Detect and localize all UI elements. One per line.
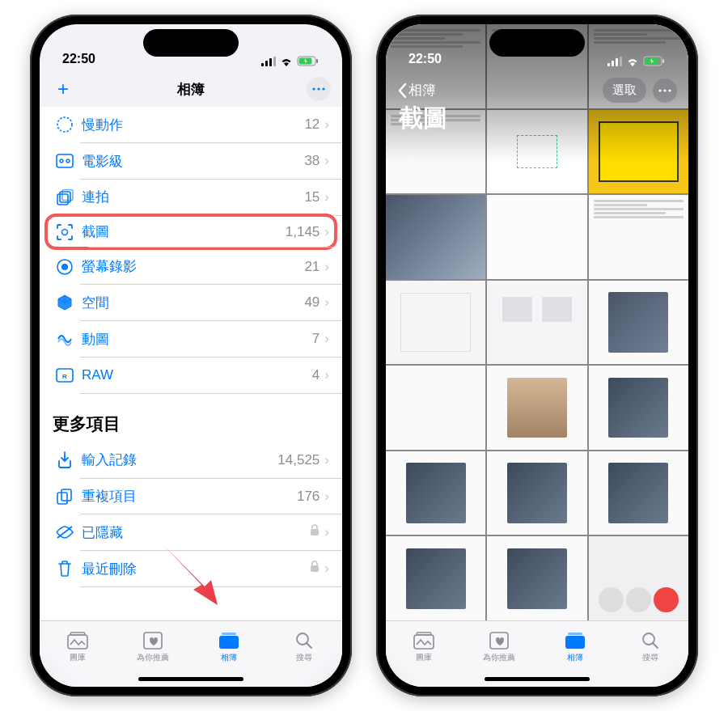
chevron-right-icon: › [324,452,329,468]
thumbnail[interactable] [487,281,586,365]
row-duplicates[interactable]: 重複項目 176 › [40,478,342,514]
row-slowmo[interactable]: 慢動作 12 › [40,107,342,143]
home-indicator[interactable] [138,677,243,681]
album-title: 截圖 [399,102,447,135]
hidden-icon [53,525,77,540]
row-recently-deleted[interactable]: 最近刪除 › [40,551,342,587]
cellular-icon [607,57,622,66]
add-button[interactable]: + [51,78,75,100]
svg-rect-28 [70,633,85,635]
svg-point-12 [60,159,63,163]
more-button[interactable] [653,78,677,103]
row-raw[interactable]: R RAW 4 › [40,358,342,394]
dynamic-island [489,29,585,57]
thumbnail[interactable] [487,366,586,450]
svg-point-10 [57,117,72,132]
svg-point-7 [312,87,315,90]
chevron-right-icon: › [324,153,329,169]
row-burst[interactable]: 連拍 15 › [40,180,342,216]
cellular-icon [261,57,276,66]
thumbnail[interactable] [589,451,688,535]
thumbnail[interactable] [487,536,586,620]
thumbnail[interactable] [487,195,586,279]
row-count: 12 [304,116,320,133]
chevron-right-icon: › [324,561,329,577]
tab-albums[interactable]: 相簿 [191,621,267,672]
row-screenrecord[interactable]: 螢幕錄影 21 › [40,248,342,285]
battery-icon [297,56,320,66]
thumbnail[interactable] [589,110,688,194]
tab-foryou[interactable]: 為你推薦 [116,621,192,672]
chevron-left-icon [397,83,407,99]
svg-rect-23 [61,489,71,501]
row-imports[interactable]: 輸入記錄 14,525 › [40,442,342,478]
svg-rect-44 [414,635,434,649]
thumbnail[interactable] [386,281,485,365]
page-title: 相簿 [40,80,342,99]
library-icon [413,631,435,650]
tab-library[interactable]: 圖庫 [386,621,462,672]
dynamic-island [143,29,239,57]
svg-point-41 [658,89,661,91]
tab-albums[interactable]: 相簿 [537,621,613,672]
more-button[interactable] [307,77,331,101]
svg-line-24 [57,527,72,538]
tab-foryou[interactable]: 為你推薦 [462,621,538,672]
tab-search[interactable]: 搜尋 [613,621,689,672]
section-header-more: 更多項目 [40,393,342,442]
row-animated[interactable]: 動圖 7 › [40,321,342,358]
cinematic-icon [53,154,77,168]
thumbnail[interactable] [487,451,586,535]
chevron-right-icon: › [324,489,329,505]
thumbnail[interactable] [386,195,485,279]
wifi-icon [280,57,293,66]
status-indicators [607,56,666,66]
svg-point-42 [663,89,666,91]
row-spatial[interactable]: 空間 49 › [40,285,342,321]
thumbnail[interactable] [589,366,688,450]
select-button[interactable]: 選取 [603,78,646,103]
row-label: 動圖 [82,330,312,349]
thumbnail[interactable] [487,110,586,194]
thumbnail[interactable] [386,536,485,620]
row-count: 176 [297,489,320,505]
thumbnail[interactable] [386,366,485,450]
tab-library[interactable]: 圖庫 [40,621,116,672]
row-label: 輸入記錄 [82,451,277,469]
thumbnail[interactable] [589,281,688,365]
thumbnail[interactable] [589,195,688,279]
screenshot-grid-view[interactable]: 22:50 相簿 選取 截圖 [386,24,688,620]
thumbnail[interactable] [386,451,485,535]
home-indicator[interactable] [485,677,590,681]
row-hidden[interactable]: 已隱藏 › [40,514,342,551]
slowmo-icon [53,116,77,133]
tab-label: 圖庫 [70,652,86,663]
svg-rect-37 [620,57,622,66]
row-count: 49 [304,294,320,311]
back-button[interactable]: 相簿 [397,81,436,99]
wifi-icon [626,57,639,66]
row-screenshots-highlighted[interactable]: 截圖 1,145 › [44,214,337,250]
tab-search[interactable]: 搜尋 [267,621,343,672]
thumbnail[interactable] [589,536,688,620]
back-label: 相簿 [408,81,436,99]
svg-rect-11 [57,154,73,167]
tab-label: 相簿 [221,652,237,663]
svg-rect-36 [616,58,618,66]
albums-icon [218,631,240,650]
screenshot-icon [53,223,77,241]
row-cinematic[interactable]: 電影級 38 › [40,143,342,180]
chevron-right-icon: › [324,116,329,133]
svg-rect-47 [565,636,585,649]
svg-rect-5 [316,59,318,63]
album-list[interactable]: 慢動作 12 › 電影級 38 › 連拍 15 › 截圖 1,145 › [40,107,342,620]
row-label: RAW [82,367,312,383]
row-label: 截圖 [82,222,286,241]
svg-point-13 [66,159,70,163]
svg-line-33 [307,643,311,648]
svg-rect-3 [273,57,276,66]
row-label: 重複項目 [82,487,297,506]
row-count: 1,145 [286,224,320,240]
svg-rect-22 [57,493,67,504]
row-label: 已隱藏 [82,523,305,542]
